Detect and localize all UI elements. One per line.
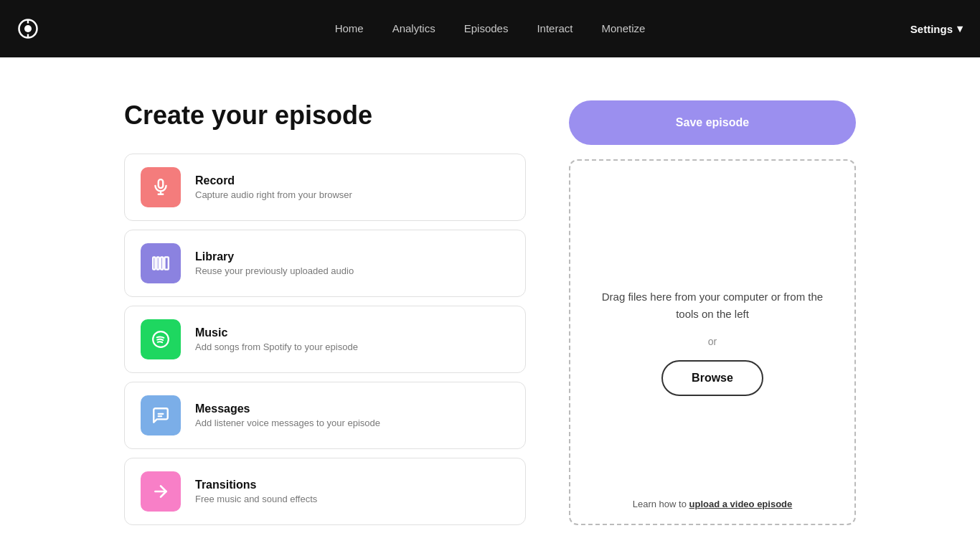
microphone-icon <box>151 178 170 197</box>
tool-item-music[interactable]: Music Add songs from Spotify to your epi… <box>124 306 526 373</box>
arrow-right-icon <box>151 482 170 501</box>
library-icon-bg <box>141 243 181 283</box>
music-text: Music Add songs from Spotify to your epi… <box>195 326 358 352</box>
svg-rect-8 <box>157 257 159 269</box>
nav-item-interact[interactable]: Interact <box>537 22 573 35</box>
music-description: Add songs from Spotify to your episode <box>195 342 358 352</box>
nav-item-analytics[interactable]: Analytics <box>392 22 435 35</box>
svg-rect-9 <box>161 257 163 269</box>
main-content: Create your episode Record Capture audio… <box>95 100 885 525</box>
nav-link-analytics[interactable]: Analytics <box>392 22 435 34</box>
library-icon <box>151 254 170 273</box>
record-text: Record Capture audio right from your bro… <box>195 174 352 200</box>
right-panel: Save episode Drag files here from your c… <box>569 100 856 525</box>
tool-item-record[interactable]: Record Capture audio right from your bro… <box>124 154 526 221</box>
library-title: Library <box>195 250 354 263</box>
messages-icon-bg <box>141 395 181 435</box>
nav-item-episodes[interactable]: Episodes <box>464 22 509 35</box>
record-title: Record <box>195 174 352 187</box>
upload-link-container: Learn how to upload a video episode <box>633 499 793 509</box>
upload-link-prefix: Learn how to <box>633 499 689 509</box>
record-icon-bg <box>141 167 181 207</box>
browse-button[interactable]: Browse <box>661 360 763 396</box>
nav-item-home[interactable]: Home <box>335 22 364 35</box>
music-title: Music <box>195 326 358 339</box>
settings-label: Settings <box>910 23 953 35</box>
nav-link-monetize[interactable]: Monetize <box>601 22 645 34</box>
library-description: Reuse your previously uploaded audio <box>195 265 354 276</box>
tool-list: Record Capture audio right from your bro… <box>124 154 526 525</box>
nav-item-monetize[interactable]: Monetize <box>601 22 645 35</box>
app-logo[interactable] <box>17 18 39 39</box>
settings-dropdown[interactable]: Settings ▾ <box>910 22 963 35</box>
drop-text: Drag files here from your computer or fr… <box>592 288 833 323</box>
nav-menu: Home Analytics Episodes Interact Monetiz… <box>335 22 646 35</box>
nav-link-episodes[interactable]: Episodes <box>464 22 509 34</box>
save-episode-button[interactable]: Save episode <box>569 100 856 145</box>
chevron-down-icon: ▾ <box>957 22 963 35</box>
messages-description: Add listener voice messages to your epis… <box>195 418 380 428</box>
navbar: Home Analytics Episodes Interact Monetiz… <box>0 0 980 57</box>
nav-link-home[interactable]: Home <box>335 22 364 34</box>
svg-rect-7 <box>153 257 155 269</box>
library-text: Library Reuse your previously uploaded a… <box>195 250 354 276</box>
drop-zone[interactable]: Drag files here from your computer or fr… <box>569 159 856 525</box>
transitions-title: Transitions <box>195 479 317 491</box>
upload-video-link[interactable]: upload a video episode <box>689 499 793 509</box>
chat-icon <box>151 406 170 425</box>
spotify-icon <box>151 330 170 349</box>
page-title: Create your episode <box>124 100 526 131</box>
tool-item-library[interactable]: Library Reuse your previously uploaded a… <box>124 230 526 297</box>
music-icon-bg <box>141 319 181 359</box>
tool-item-transitions[interactable]: Transitions Free music and sound effects <box>124 458 526 525</box>
transitions-description: Free music and sound effects <box>195 494 317 504</box>
transitions-icon-bg <box>141 471 181 512</box>
messages-title: Messages <box>195 402 380 415</box>
record-description: Capture audio right from your browser <box>195 189 352 200</box>
left-panel: Create your episode Record Capture audio… <box>124 100 526 525</box>
svg-point-1 <box>24 25 32 32</box>
or-text: or <box>708 336 717 347</box>
svg-rect-10 <box>164 257 168 269</box>
svg-rect-4 <box>159 179 164 188</box>
transitions-text: Transitions Free music and sound effects <box>195 479 317 504</box>
tool-item-messages[interactable]: Messages Add listener voice messages to … <box>124 382 526 449</box>
nav-link-interact[interactable]: Interact <box>537 22 573 34</box>
messages-text: Messages Add listener voice messages to … <box>195 402 380 428</box>
